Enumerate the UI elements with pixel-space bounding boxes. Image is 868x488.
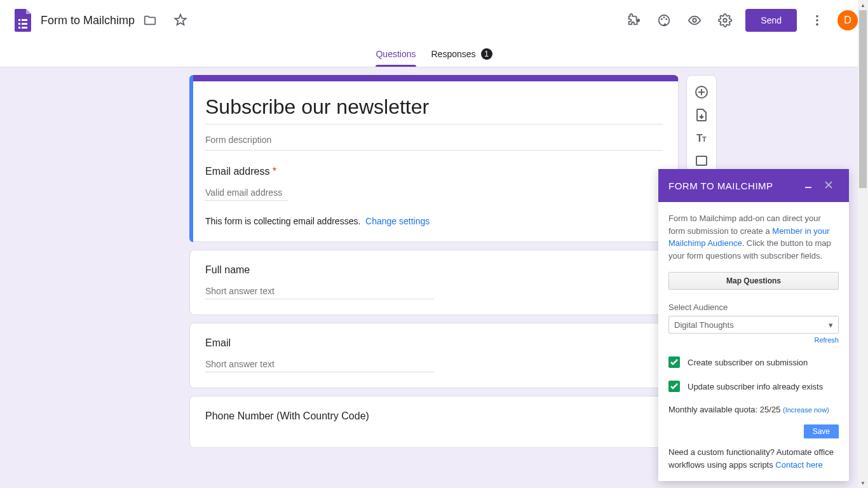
chevron-down-icon: ▾ (829, 320, 833, 330)
svg-point-13 (816, 19, 818, 22)
question-label: Email (205, 337, 663, 349)
email-answer-placeholder: Valid email address (205, 187, 288, 201)
map-questions-button[interactable]: Map Questions (668, 272, 839, 290)
answer-placeholder: Short answer text (205, 286, 434, 299)
checkbox-label: Update subscriber info already exists (688, 382, 823, 391)
svg-point-7 (661, 18, 663, 20)
svg-point-9 (666, 18, 668, 20)
svg-rect-4 (18, 27, 20, 29)
audience-select[interactable]: Digital Thoughts ▾ (668, 316, 839, 334)
form-description[interactable]: Form description (205, 130, 663, 151)
save-button[interactable]: Save (804, 424, 839, 438)
avatar[interactable]: D (837, 10, 858, 30)
checkbox-label: Create subscriber on submission (688, 358, 808, 367)
question-card-fullname[interactable]: Full name Short answer text (189, 250, 679, 315)
panel-title: FORM TO MAILCHIMP (668, 180, 773, 191)
svg-point-8 (663, 17, 665, 18)
email-notice: This form is collecting email addresses.… (205, 216, 663, 226)
svg-point-10 (693, 18, 697, 22)
form-container: Subscribe our newsletter Form descriptio… (189, 75, 679, 456)
scrollbar[interactable]: ▲ ▼ (858, 0, 868, 456)
email-question-label: Email address * (205, 166, 663, 177)
svg-rect-18 (696, 156, 707, 165)
increase-now-link[interactable]: (Increase now) (783, 406, 829, 414)
folder-icon[interactable] (135, 5, 165, 36)
audience-value: Digital Thoughts (674, 320, 734, 330)
change-settings-link[interactable]: Change settings (365, 216, 430, 226)
tabs-bar: Questions Responses 1 (0, 41, 868, 67)
svg-rect-1 (22, 19, 27, 21)
close-icon[interactable] (818, 177, 839, 194)
question-label: Full name (205, 264, 663, 276)
import-questions-icon[interactable] (690, 104, 713, 126)
svg-point-12 (816, 15, 818, 18)
addon-panel: FORM TO MAILCHIMP Form to Mailchimp add-… (658, 169, 849, 456)
responses-badge: 1 (481, 48, 492, 60)
checkbox-icon (668, 356, 680, 368)
svg-point-14 (816, 24, 818, 26)
refresh-link[interactable]: Refresh (668, 336, 839, 344)
tab-questions[interactable]: Questions (376, 41, 416, 67)
tab-label: Responses (431, 49, 476, 59)
settings-icon[interactable] (710, 5, 740, 36)
scroll-up-icon[interactable]: ▲ (858, 0, 868, 10)
add-question-icon[interactable] (690, 81, 713, 104)
send-button[interactable]: Send (745, 9, 797, 32)
more-icon[interactable] (802, 5, 832, 36)
panel-header: FORM TO MAILCHIMP (658, 169, 849, 202)
forms-logo-icon[interactable] (10, 8, 36, 33)
question-card-email[interactable]: Email Short answer text (189, 323, 679, 388)
panel-footer-text: Need a custom functionality? Automate of… (668, 446, 839, 456)
form-title[interactable]: Form to Mailchimp (41, 14, 135, 27)
app-header: Form to Mailchimp Send D (0, 0, 868, 41)
audience-label: Select Audience (668, 302, 839, 312)
floating-toolbar: TT (686, 75, 717, 178)
svg-rect-5 (22, 27, 27, 29)
add-title-icon[interactable]: TT (690, 126, 713, 149)
svg-rect-0 (18, 19, 20, 21)
tab-label: Questions (376, 49, 416, 59)
minimize-icon[interactable] (798, 177, 818, 194)
title-card[interactable]: Subscribe our newsletter Form descriptio… (189, 75, 679, 242)
question-card-phone[interactable]: Phone Number (With Country Code) (189, 396, 679, 448)
svg-point-11 (724, 18, 728, 22)
tab-responses[interactable]: Responses 1 (431, 41, 492, 67)
checkbox-update-subscriber[interactable]: Update subscriber info already exists (668, 381, 839, 392)
scrollbar-thumb[interactable] (859, 10, 867, 188)
question-label: Phone Number (With Country Code) (205, 410, 663, 422)
svg-rect-2 (18, 23, 20, 25)
palette-icon[interactable] (649, 5, 679, 36)
svg-text:T: T (702, 135, 707, 143)
preview-icon[interactable] (679, 5, 710, 36)
star-icon[interactable] (165, 5, 196, 36)
checkbox-create-subscriber[interactable]: Create subscriber on submission (668, 356, 839, 368)
panel-description: Form to Mailchimp add-on can direct your… (668, 212, 839, 262)
form-heading[interactable]: Subscribe our newsletter (205, 95, 663, 125)
svg-rect-3 (22, 23, 27, 25)
addons-icon[interactable] (618, 5, 649, 36)
answer-placeholder: Short answer text (205, 359, 434, 372)
quota-text: Monthly available quota: 25/25 (Increase… (668, 405, 839, 414)
checkbox-icon (668, 381, 680, 392)
